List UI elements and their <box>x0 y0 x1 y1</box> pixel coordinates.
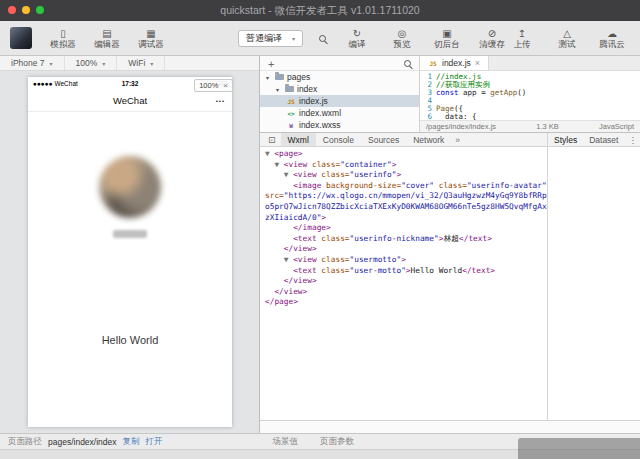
dom-node-line-10[interactable]: </view> <box>265 276 547 287</box>
dom-node-line-12[interactable]: </page> <box>265 297 547 308</box>
phone-nav-bar: WeChat ••• <box>28 90 232 112</box>
zoom-select[interactable]: 100% <box>65 56 118 70</box>
main-area: iPhone 7 100% WiFi 100% <box>0 56 640 433</box>
close-tab-icon[interactable] <box>475 58 480 68</box>
kebab-menu-icon[interactable]: ⋮ <box>624 135 640 145</box>
user-avatar[interactable] <box>10 27 32 49</box>
network-select[interactable]: WiFi <box>117 56 165 70</box>
toolbar-button-cache[interactable]: ⊘清缓存 <box>477 28 507 49</box>
minimize-window-button[interactable] <box>22 6 30 14</box>
dom-node-line-9[interactable]: <text class="user-motto">Hello World</te… <box>265 266 547 277</box>
chevron-down-icon <box>50 58 53 68</box>
code-line-3: 3const app = getApp() <box>420 89 640 97</box>
toolbar-button-label: 上传 <box>514 40 531 49</box>
toolbar-button-debugger[interactable]: ▦调试器 <box>136 28 166 49</box>
debugger-icon: ▦ <box>146 28 155 39</box>
open-path-link[interactable]: 打开 <box>146 436 163 448</box>
dom-node-line-5[interactable]: </image> <box>265 223 547 234</box>
line-number: 6 <box>420 113 436 120</box>
code-area[interactable]: 1//index.js2//获取应用实例3const app = getApp(… <box>420 71 640 120</box>
editor-tab-index-js[interactable]: index.js <box>420 56 489 70</box>
toolbar-button-cloud[interactable]: ☁腾讯云 <box>597 28 627 49</box>
wechat-devtools-window: quickstart - 微信开发者工具 v1.01.1711020 ▯模拟器▤… <box>0 0 640 459</box>
file-path: /pages/index/index.js <box>426 122 496 131</box>
dom-node-line-11[interactable]: </view> <box>265 287 547 298</box>
dom-node-line-6[interactable]: <text class="userinfo-nickname">林超</text… <box>265 234 547 245</box>
network-value: WiFi <box>128 58 145 68</box>
dom-node-line-4[interactable]: <image background-size="cover" class="us… <box>265 181 547 223</box>
phone-content: Hello World <box>28 112 232 346</box>
tree-item-pages[interactable]: ▾pages <box>260 71 419 83</box>
workspace-column: ▾pages▾indexindex.jsindex.wxmlindex.wxss… <box>260 56 640 433</box>
toolbar-button-label: 调试器 <box>138 40 164 49</box>
dom-node-line-1[interactable]: ▼ <page> <box>265 149 547 160</box>
device-select[interactable]: iPhone 7 <box>0 56 65 70</box>
tab-overflow-chevron[interactable]: » <box>451 135 464 145</box>
chevron-down-icon: ▾ <box>276 86 282 93</box>
devtools-tab-network[interactable]: Network <box>406 133 451 146</box>
preview-icon: ◎ <box>398 28 407 39</box>
js-file-icon <box>428 60 438 67</box>
devtools-header: WxmlConsoleSourcesNetwork» StylesDataset… <box>260 133 640 147</box>
toolbar-left-group: ▯模拟器▤编辑器▦调试器 <box>48 28 166 49</box>
zoom-window-button[interactable] <box>36 6 44 14</box>
tree-item-index.js[interactable]: index.js <box>260 95 419 107</box>
devtools-body: ▼ <page> ▼ <view class="container"> ▼ <v… <box>260 147 640 420</box>
dom-node-line-7[interactable]: </view> <box>265 244 547 255</box>
toolbar-button-simulator[interactable]: ▯模拟器 <box>48 28 78 49</box>
userinfo-avatar-image[interactable] <box>99 156 161 218</box>
dom-node-line-8[interactable]: ▼ <view class="usermotto"> <box>265 255 547 266</box>
toolbar-button-compile[interactable]: ↻编译 <box>342 28 372 49</box>
chevron-down-icon: ▾ <box>266 74 272 81</box>
test-icon: △ <box>563 28 571 39</box>
menu-dots-button[interactable]: ••• <box>216 98 225 104</box>
simulator-icon: ▯ <box>60 28 66 39</box>
page-path-value: pages/index/index <box>48 437 117 447</box>
compile-mode-select[interactable]: 普通编译 <box>238 30 303 47</box>
toolbar-button-upload[interactable]: ↥上传 <box>507 28 537 49</box>
devtools-tab-sources[interactable]: Sources <box>361 133 406 146</box>
add-file-button[interactable] <box>268 56 274 72</box>
device-name: iPhone 7 <box>11 58 45 68</box>
tencent-cloud-icon: ☁ <box>607 28 617 39</box>
toolbar-button-background[interactable]: ▣切后台 <box>432 28 462 49</box>
wxml-dom-tree: ▼ <page> ▼ <view class="container"> ▼ <v… <box>260 147 547 420</box>
devtools-tab-wxml[interactable]: Wxml <box>281 133 316 146</box>
copy-path-link[interactable]: 复制 <box>123 436 140 448</box>
editor-tab-label: index.js <box>442 58 471 68</box>
dom-node-line-3[interactable]: ▼ <view class="userinfo"> <box>265 170 547 181</box>
close-window-button[interactable] <box>8 6 16 14</box>
toolbar-right-group: ↥上传△测试☁腾讯云≡详情 <box>507 28 640 49</box>
inspect-element-icon[interactable] <box>263 135 281 145</box>
close-icon[interactable] <box>223 81 228 90</box>
toolbar-button-label: 模拟器 <box>50 40 76 49</box>
simulator-zoom-badge[interactable]: 100% <box>194 79 233 92</box>
file-explorer: ▾pages▾indexindex.jsindex.wxmlindex.wxss <box>260 56 420 132</box>
console-drawer <box>260 420 640 433</box>
code-editor: index.js 1//index.js2//获取应用实例3const app … <box>420 56 640 132</box>
chevron-down-icon <box>292 33 295 43</box>
scene-value-label: 场景值 <box>273 436 299 448</box>
dom-node-line-2[interactable]: ▼ <view class="container"> <box>265 160 547 171</box>
toolbar-button-editor[interactable]: ▤编辑器 <box>92 28 122 49</box>
toolbar-center-group: ↻编译◎预览▣切后台⊘清缓存 <box>342 28 507 49</box>
sidebar-tab-dataset[interactable]: Dataset <box>583 135 624 145</box>
sidebar-tab-styles[interactable]: Styles <box>548 135 583 145</box>
folder-icon <box>275 74 284 80</box>
file-name: index <box>297 84 317 94</box>
wxml-file-icon <box>286 110 296 117</box>
toolbar-button-preview[interactable]: ◎预览 <box>387 28 417 49</box>
status-time: 17:32 <box>122 80 139 87</box>
page-params-label: 页面参数 <box>320 436 354 448</box>
search-files-icon[interactable] <box>404 60 411 67</box>
devtools-tab-console[interactable]: Console <box>316 133 361 146</box>
search-icon[interactable] <box>319 35 326 42</box>
tree-item-index.wxml[interactable]: index.wxml <box>260 107 419 119</box>
titlebar: quickstart - 微信开发者工具 v1.01.1711020 <box>0 0 640 21</box>
compile-icon: ↻ <box>353 28 361 39</box>
js-file-icon <box>286 98 296 105</box>
toolbar-button-test[interactable]: △测试 <box>552 28 582 49</box>
tree-item-index.wxss[interactable]: index.wxss <box>260 119 419 131</box>
tree-item-index[interactable]: ▾index <box>260 83 419 95</box>
zoom-value: 100% <box>76 58 98 68</box>
